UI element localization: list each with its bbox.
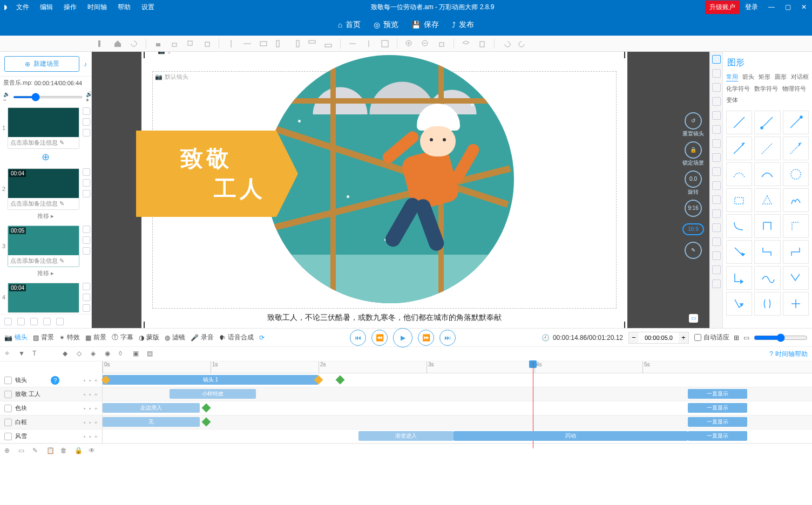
draw-button[interactable]: ✎ [685,241,702,260]
tool-dist-h-icon[interactable] [348,39,357,48]
menu-file[interactable]: 文件 [11,3,35,12]
tf-3-icon[interactable]: ✎ [32,447,41,455]
tool-align3-icon[interactable] [259,39,268,48]
clip[interactable]: 小样特效 [170,389,256,399]
tool-unlock-icon[interactable] [170,39,179,48]
track-help-icon[interactable]: ? [51,376,59,385]
shape-dotted[interactable] [754,137,780,160]
shape-line-dot[interactable] [754,111,780,134]
shape-tab-6[interactable]: 数学符号 [754,85,778,93]
st3-icon[interactable] [83,129,90,137]
track-1[interactable]: 小样特效一直显示 [103,387,812,401]
tool-undo-icon[interactable] [502,39,511,48]
timeline-ruler[interactable]: 0s1s2s3s4s5s [103,361,812,373]
track-label-1[interactable]: 致敬 工人 ••+ [0,387,103,401]
shape-step2[interactable] [783,240,809,264]
rnav-video-icon[interactable] [712,223,721,232]
st2-icon[interactable] [83,179,90,187]
shape-dotted-arrow[interactable] [783,137,809,160]
star-scene-icon[interactable] [30,318,38,325]
tl-kf5-icon[interactable]: ◊ [119,350,127,358]
chip-record[interactable]: 🎤录音 [191,333,214,342]
shape-diag-arrow[interactable] [726,240,752,264]
lock-scene-button[interactable]: 🔒锁定场景 [682,140,704,166]
scene-card-1[interactable]: 点击添加备注信息 ✎ [8,107,79,149]
st2-icon[interactable] [83,236,90,244]
zoom-slider[interactable] [754,333,808,342]
rotate-button[interactable]: 0.0旋转 [685,169,702,195]
keyframe[interactable] [336,376,345,385]
tl-cursor-icon[interactable]: ✧ [4,350,13,358]
tool-lock-icon[interactable] [154,39,163,48]
tool-layers-icon[interactable] [462,39,470,48]
tool-paste-icon[interactable] [202,39,211,48]
shape-tab-1[interactable]: 箭头 [742,73,754,81]
transition-label[interactable]: 推移 ▸ [0,268,91,281]
tl-filter-icon[interactable]: ▼ [18,350,27,358]
tl-text-icon[interactable]: T [32,350,41,358]
tool-align4-icon[interactable] [275,39,284,48]
down-scene-icon[interactable] [56,318,64,325]
rect-scene-icon[interactable] [17,318,25,325]
stage[interactable]: 📷1 📷默认镜头 [141,52,627,328]
shape-line-arrow[interactable] [726,137,752,160]
track-2[interactable]: 左边滑入一直显示 [103,401,812,415]
menu-timeline[interactable]: 时间轴 [82,3,112,12]
shape-step[interactable] [754,240,780,264]
transition-label[interactable]: 推移 ▸ [0,211,91,223]
shape-tab-5[interactable]: 化学符号 [726,85,750,93]
rnav-image-icon[interactable] [712,181,721,190]
tf-5-icon[interactable]: 🗑 [60,447,69,455]
login-button[interactable]: 登录 [740,1,763,14]
tl-kf6-icon[interactable]: ▣ [133,350,141,358]
shape-bent-arrow[interactable] [726,292,752,316]
vol-down-icon[interactable]: 🔉− [3,91,10,103]
menu-edit[interactable]: 编辑 [35,3,58,12]
rnav-image2-icon[interactable] [712,167,721,176]
tf-2-icon[interactable]: ▭ [18,447,27,455]
chip-filter[interactable]: ◍滤镜 [165,333,185,342]
music-list-icon[interactable]: ♪ [84,60,87,68]
new-scene-button[interactable]: ⊕新建场景 [4,56,79,72]
tool-delete-icon[interactable] [478,39,486,48]
shape-line-dot2[interactable] [783,111,809,134]
clip[interactable]: 一直显示 [688,431,747,441]
canvas-area[interactable]: 📷1 📷默认镜头 [92,52,709,328]
menu-action[interactable]: 操作 [58,3,82,12]
st2-icon[interactable] [83,294,90,301]
clip[interactable]: 一直显示 [688,389,747,399]
shape-tab-2[interactable]: 矩形 [759,73,770,81]
st3-icon[interactable] [83,190,90,197]
tool-home-icon[interactable] [113,39,122,48]
tool-align1-icon[interactable] [227,39,235,48]
keyframe[interactable] [202,404,211,413]
st2-icon[interactable] [83,118,90,126]
step-plus-button[interactable]: + [679,332,688,343]
chip-fg[interactable]: ▦前景 [85,333,106,342]
ratio-169-button[interactable]: 16:9 [682,221,704,237]
shape-dashed-rect[interactable] [726,188,752,212]
scene-card-2[interactable]: 00:04 点击添加备注信息 ✎ [8,168,79,210]
chip-refresh-icon[interactable]: ⟳ [259,334,265,342]
shape-tab-7[interactable]: 物理符号 [782,85,806,93]
tool-align6-icon[interactable] [308,39,316,48]
shape-tab-0[interactable]: 常用 [726,73,738,81]
shape-dashed-arc[interactable] [726,162,752,186]
rnav-more-icon[interactable] [712,279,721,288]
chip-fx[interactable]: ✴特效 [59,333,80,342]
track-4[interactable]: 渐变进入闪动一直显示 [103,429,812,443]
chip-bg[interactable]: ▨背景 [33,333,54,342]
tf-1-icon[interactable]: ⊕ [4,447,13,455]
chip-lens[interactable]: 📷镜头 [4,333,28,342]
rnav-2-icon[interactable] [712,69,721,78]
rnav-text-icon[interactable] [712,111,721,120]
music-file-row[interactable]: 景音乐.mp: 00:00:14/00:06:44 [0,77,91,89]
nav-home[interactable]: ⌂首页 [338,20,361,30]
clip[interactable]: 一直显示 [688,403,747,413]
tool-align-icon[interactable] [97,39,106,48]
clip[interactable]: 左边滑入 [103,403,200,413]
keyframe[interactable] [202,418,211,427]
close-icon[interactable]: ✕ [796,1,812,13]
rnav-music-icon[interactable] [712,139,721,148]
tool-dist-v-icon[interactable] [364,39,373,48]
